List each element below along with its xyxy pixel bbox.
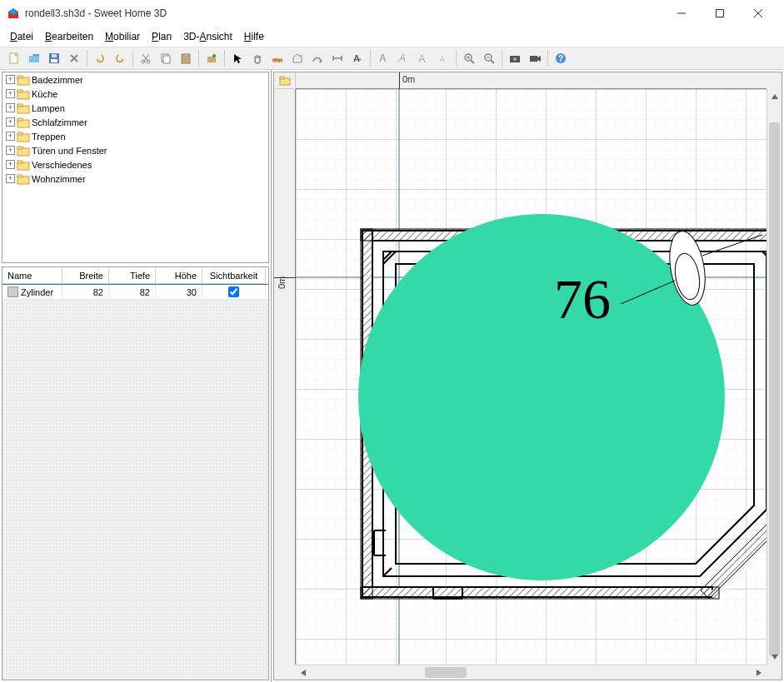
furniture-table: Name Breite Tiefe Höhe Sichtbarkeit Zyli… bbox=[2, 266, 269, 680]
table-row[interactable]: Zylinder 82 82 30 bbox=[2, 285, 268, 300]
create-rooms-icon[interactable] bbox=[288, 49, 307, 67]
new-file-icon[interactable] bbox=[5, 49, 23, 67]
col-sichtbarkeit[interactable]: Sichtbarkeit bbox=[202, 267, 266, 284]
bold-icon[interactable]: A bbox=[374, 49, 392, 67]
ruler-v-label: 0m bbox=[277, 276, 287, 289]
catalog-item[interactable]: +Verschiedenes bbox=[2, 157, 268, 172]
scrollbar-thumb-v[interactable] bbox=[769, 122, 780, 655]
scrollbar-vertical[interactable] bbox=[767, 89, 782, 665]
expand-icon[interactable]: + bbox=[6, 103, 15, 112]
catalog-item[interactable]: +Wohnzimmer bbox=[2, 172, 268, 186]
svg-text:A: A bbox=[418, 52, 426, 65]
svg-rect-64 bbox=[17, 175, 22, 177]
catalog-item[interactable]: +Lampen bbox=[2, 101, 268, 115]
col-breite[interactable]: Breite bbox=[62, 267, 109, 284]
pan-icon[interactable] bbox=[248, 49, 267, 67]
scroll-down-icon[interactable] bbox=[767, 650, 782, 665]
catalog-label: Türen und Fenster bbox=[32, 146, 107, 156]
scrollbar-horizontal[interactable] bbox=[296, 665, 767, 680]
ruler-vertical: 0m bbox=[274, 89, 296, 665]
menu-bar: Datei Bearbeiten Mobiliar Plan 3D-Ansich… bbox=[0, 27, 784, 47]
toolbar: A+ A A A A ? bbox=[0, 47, 784, 70]
catalog-item[interactable]: +Schlafzimmer bbox=[2, 115, 268, 129]
menu-hilfe[interactable]: Hilfe bbox=[239, 29, 269, 44]
col-tiefe[interactable]: Tiefe bbox=[109, 267, 156, 284]
svg-line-41 bbox=[491, 60, 494, 63]
create-photo-icon[interactable] bbox=[506, 49, 524, 67]
expand-icon[interactable]: + bbox=[6, 146, 15, 155]
paste-icon[interactable] bbox=[177, 49, 195, 67]
increase-text-icon[interactable]: A bbox=[414, 49, 432, 67]
svg-rect-60 bbox=[17, 147, 22, 149]
zoom-out-icon[interactable] bbox=[480, 49, 498, 67]
svg-text:?: ? bbox=[558, 54, 563, 63]
svg-rect-66 bbox=[280, 77, 284, 79]
save-icon[interactable] bbox=[45, 49, 63, 67]
expand-icon[interactable]: + bbox=[6, 89, 15, 98]
plan-canvas[interactable]: 76 bbox=[296, 89, 767, 665]
svg-rect-10 bbox=[52, 54, 57, 57]
create-text-icon[interactable]: A+ bbox=[348, 49, 367, 67]
create-dimensions-icon[interactable] bbox=[328, 49, 347, 67]
decrease-text-icon[interactable]: A bbox=[434, 49, 452, 67]
scroll-up-icon[interactable] bbox=[767, 89, 782, 104]
cell-name: Zylinder bbox=[2, 285, 62, 299]
furniture-catalog[interactable]: +Badezimmer+Küche+Lampen+Schlafzimmer+Tr… bbox=[2, 72, 269, 263]
expand-icon[interactable]: + bbox=[6, 132, 15, 141]
catalog-item[interactable]: +Türen und Fenster bbox=[2, 143, 268, 157]
svg-marker-12 bbox=[122, 58, 124, 62]
italic-icon[interactable]: A bbox=[394, 49, 412, 67]
svg-text:A: A bbox=[398, 52, 406, 64]
zoom-in-icon[interactable] bbox=[460, 49, 478, 67]
scroll-left-icon[interactable] bbox=[296, 665, 311, 680]
folder-icon bbox=[279, 76, 291, 86]
svg-rect-50 bbox=[17, 76, 22, 78]
scroll-right-icon[interactable] bbox=[752, 665, 767, 680]
redo-icon[interactable] bbox=[111, 49, 129, 67]
open-file-icon[interactable] bbox=[25, 49, 43, 67]
maximize-button[interactable] bbox=[701, 0, 739, 27]
catalog-label: Badezimmer bbox=[32, 75, 83, 85]
title-bar: rondell3.sh3d - Sweet Home 3D bbox=[0, 0, 784, 27]
catalog-item[interactable]: +Badezimmer bbox=[2, 72, 268, 87]
catalog-item[interactable]: +Küche bbox=[2, 87, 268, 101]
svg-rect-56 bbox=[17, 118, 22, 121]
select-icon[interactable] bbox=[228, 49, 247, 67]
create-video-icon[interactable] bbox=[526, 49, 544, 67]
expand-icon[interactable]: + bbox=[6, 174, 15, 183]
cut-icon[interactable] bbox=[137, 49, 155, 67]
visibility-checkbox[interactable] bbox=[228, 286, 239, 297]
menu-plan[interactable]: Plan bbox=[147, 29, 177, 44]
expand-icon[interactable]: + bbox=[6, 160, 15, 169]
menu-3d-ansicht[interactable]: 3D-Ansicht bbox=[178, 29, 237, 44]
help-icon[interactable]: ? bbox=[552, 49, 570, 67]
menu-bearbeiten[interactable]: Bearbeiten bbox=[40, 29, 98, 44]
close-button[interactable] bbox=[739, 0, 777, 27]
folder-icon bbox=[17, 131, 30, 142]
preferences-icon[interactable] bbox=[65, 49, 83, 67]
folder-icon bbox=[17, 74, 30, 86]
col-name[interactable]: Name bbox=[2, 267, 62, 284]
dimension-label: 76 bbox=[554, 267, 611, 331]
furniture-table-header: Name Breite Tiefe Höhe Sichtbarkeit bbox=[2, 267, 268, 285]
furniture-table-body[interactable] bbox=[2, 300, 268, 680]
expand-icon[interactable]: + bbox=[6, 117, 15, 127]
svg-marker-46 bbox=[537, 56, 541, 62]
copy-icon[interactable] bbox=[157, 49, 175, 67]
add-furniture-icon[interactable] bbox=[202, 49, 221, 67]
menu-mobiliar[interactable]: Mobiliar bbox=[100, 29, 145, 44]
catalog-item[interactable]: +Treppen bbox=[2, 129, 268, 143]
cell-sichtbarkeit bbox=[202, 285, 266, 299]
folder-icon bbox=[17, 117, 30, 128]
create-polylines-icon[interactable] bbox=[308, 49, 327, 67]
undo-icon[interactable] bbox=[91, 49, 109, 67]
svg-rect-19 bbox=[207, 57, 216, 62]
create-walls-icon[interactable] bbox=[268, 49, 287, 67]
col-hoehe[interactable]: Höhe bbox=[156, 267, 202, 284]
expand-icon[interactable]: + bbox=[6, 75, 15, 84]
svg-text:A: A bbox=[379, 52, 387, 64]
scrollbar-thumb-h[interactable] bbox=[425, 667, 467, 678]
menu-datei[interactable]: Datei bbox=[5, 29, 38, 44]
folder-icon bbox=[17, 102, 30, 114]
minimize-button[interactable] bbox=[662, 0, 701, 27]
